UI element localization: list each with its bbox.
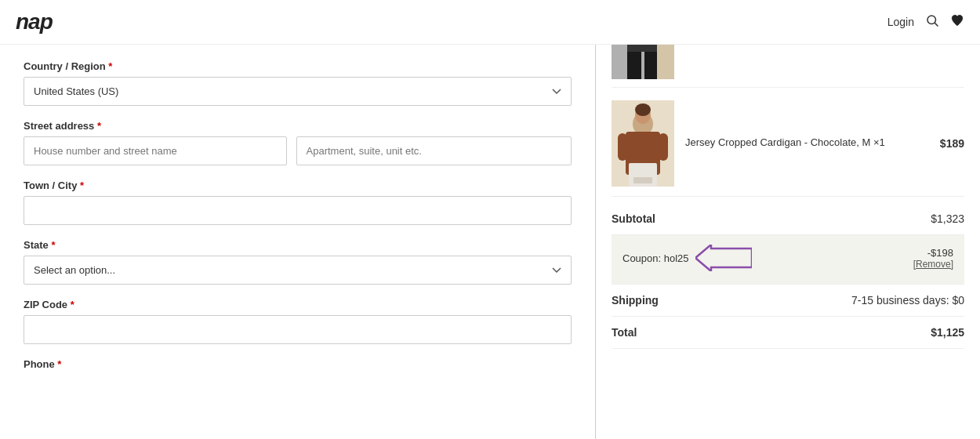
svg-rect-13 [659, 133, 668, 161]
subtotal-row: Subtotal $1,323 [612, 203, 964, 235]
shipping-row: Shipping 7-15 business days: $0 [612, 285, 964, 317]
street-required: * [94, 120, 101, 132]
state-group: State * Select an option... Alabama Cali… [24, 239, 572, 285]
cardigan-item-name: Jersey Cropped Cardigan - Chocolate, M ×… [685, 136, 940, 150]
phone-label: Phone * [24, 358, 572, 370]
order-panel: Jersey Cropped Cardigan - Chocolate, M ×… [596, 45, 980, 439]
wishlist-icon[interactable] [950, 13, 964, 31]
street-input[interactable] [24, 136, 287, 165]
shipping-value: 7-15 business days: $0 [851, 294, 964, 307]
country-group: Country / Region * United States (US) Ca… [24, 60, 572, 106]
coupon-label-row: Coupon: hol25 [622, 245, 752, 271]
subtotal-value: $1,323 [931, 212, 964, 225]
cardigan-item-price: $189 [940, 137, 964, 150]
street-row [24, 136, 572, 165]
city-input[interactable] [24, 196, 572, 225]
subtotal-label: Subtotal [612, 212, 655, 225]
search-icon[interactable] [925, 13, 939, 31]
zip-input[interactable] [24, 315, 572, 344]
svg-point-0 [927, 16, 936, 24]
country-select[interactable]: United States (US) Canada United Kingdom [24, 77, 572, 106]
phone-group: Phone * [24, 358, 572, 370]
street-group: Street address * [24, 120, 572, 165]
coupon-label: Coupon: hol25 [622, 252, 689, 264]
svg-line-1 [935, 23, 938, 26]
coupon-discount: -$198 [913, 247, 953, 259]
country-required: * [106, 60, 113, 72]
zip-group: ZIP Code * [24, 299, 572, 344]
state-label: State * [24, 239, 572, 251]
cardigan-item-details: Jersey Cropped Cardigan - Chocolate, M ×… [685, 136, 940, 151]
header-icons: Login [887, 13, 964, 31]
svg-rect-5 [627, 45, 659, 52]
zip-required: * [67, 299, 74, 310]
coupon-section: Coupon: hol25 -$198 [Remove] [612, 235, 964, 285]
svg-marker-16 [695, 245, 752, 271]
svg-rect-6 [657, 45, 674, 79]
login-button[interactable]: Login [887, 16, 914, 28]
svg-rect-15 [633, 177, 652, 183]
shipping-label: Shipping [612, 294, 659, 307]
city-required: * [77, 180, 84, 191]
coupon-remove-button[interactable]: [Remove] [913, 259, 953, 270]
phone-required: * [55, 358, 62, 370]
state-select[interactable]: Select an option... Alabama California N… [24, 256, 572, 285]
order-summary: Subtotal $1,323 Coupon: hol25 -$198 [R [612, 197, 964, 349]
header: nap Login [0, 0, 980, 45]
logo[interactable]: nap [16, 9, 53, 34]
svg-point-10 [635, 103, 651, 116]
svg-rect-12 [618, 133, 627, 161]
top-item-image [612, 45, 674, 79]
apt-input[interactable] [296, 136, 572, 165]
city-group: Town / City * [24, 180, 572, 225]
street-label: Street address * [24, 120, 572, 132]
zip-label: ZIP Code * [24, 299, 572, 310]
coupon-row: Coupon: hol25 -$198 [Remove] [622, 245, 953, 271]
city-label: Town / City * [24, 180, 572, 191]
coupon-right: -$198 [Remove] [913, 247, 953, 270]
cardigan-item-image [612, 100, 674, 187]
top-order-item [612, 45, 964, 88]
cardigan-order-item: Jersey Cropped Cardigan - Chocolate, M ×… [612, 91, 964, 197]
state-required: * [49, 239, 56, 251]
country-label: Country / Region * [24, 60, 572, 72]
total-label: Total [612, 326, 637, 339]
total-value: $1,125 [931, 326, 964, 339]
coupon-arrow-icon [695, 245, 752, 271]
main-layout: Country / Region * United States (US) Ca… [0, 45, 980, 439]
total-row: Total $1,125 [612, 317, 964, 349]
form-panel: Country / Region * United States (US) Ca… [0, 45, 596, 439]
